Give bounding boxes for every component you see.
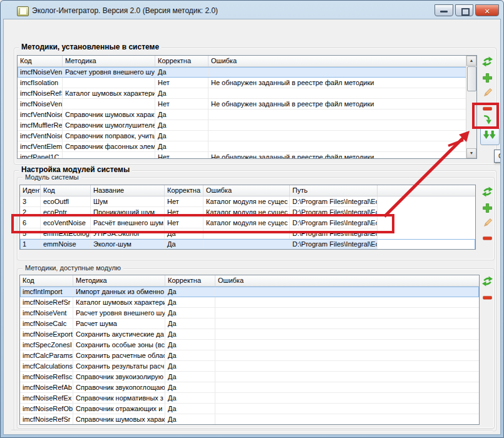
table-row[interactable]: imcfVentNoiseСправочник шумовых харакДа xyxy=(18,109,476,120)
table-row[interactable]: imcfNoiseVentРасчет уровня внешнего шуДа xyxy=(18,67,476,78)
table-row[interactable]: imcfVentElemeСправочник фасонных элемДа xyxy=(18,141,476,152)
maximize-button[interactable] xyxy=(455,4,473,16)
cell-correct: Да xyxy=(165,239,203,250)
cell-error xyxy=(215,361,480,372)
table-row[interactable]: 2ecoPntrПроникающий шумНетКаталог модуля… xyxy=(20,207,475,218)
edit-pencil-icon[interactable] xyxy=(482,88,493,99)
column-header[interactable]: Ошибка xyxy=(203,185,290,196)
cell-code: imcfNoiseRefEx xyxy=(20,393,73,404)
table-row[interactable]: 6ecoVentNoiseРасчёт внешнего шумНетКатал… xyxy=(20,218,475,228)
cell-id: 1 xyxy=(20,239,41,250)
section-title-modules-config: Настройка модулей системы xyxy=(19,165,132,174)
minimize-button[interactable] xyxy=(435,4,453,16)
cell-method: Справочник звукопоглощаю xyxy=(73,382,165,393)
system-modules-table[interactable]: ИдентКодНазваниеКорректнаОшибкаПуть3ecoO… xyxy=(19,185,476,250)
table-row[interactable]: imcfNoiseCalcРасчет шумаДа xyxy=(20,318,479,329)
scroll-down-arrow-icon[interactable]: ▼ xyxy=(466,148,476,158)
edit-pencil-icon[interactable] xyxy=(482,218,493,229)
column-header[interactable]: Код xyxy=(18,56,63,66)
save-changes-button[interactable]: ✔ Сохранить изменения xyxy=(299,433,381,435)
footer-separator xyxy=(11,430,493,431)
table-row[interactable]: imcfNoiseVentРасчет уровня внешнего шуДа xyxy=(20,308,479,318)
installed-methods-table[interactable]: КодМетодикаКорректнаОшибкаimcfNoiseVentР… xyxy=(17,55,477,159)
remove-icon[interactable] xyxy=(482,292,493,303)
cell-error xyxy=(208,120,468,131)
remove-icon[interactable] xyxy=(482,233,493,244)
cell-code: imcfNoiseRefIsc xyxy=(20,372,73,382)
cell-code: imcfVentEleme xyxy=(18,141,63,152)
table-row[interactable]: imcfIsolationНетНе обнаружен заданный в … xyxy=(18,78,476,88)
cell-error xyxy=(215,308,480,318)
table-row[interactable]: imcfNoiseRefExСправочник нормативных зДа xyxy=(20,393,479,404)
table-row[interactable]: imcfSpecZonesIСохранить особые зоны (всД… xyxy=(20,340,479,350)
available-methods-table[interactable]: КодМетодикаКорректнаОшибкаimcfIntImportИ… xyxy=(19,275,480,425)
table-row[interactable]: imcfNoiseRefAbСправочник звукопоглощаюДа xyxy=(20,382,479,393)
table-row[interactable]: imcfMufflerRefСправочник шумоглушителеДа xyxy=(18,120,476,131)
move-down-icon[interactable] xyxy=(482,114,493,125)
cell-method: Расчет уровня внешнего шу xyxy=(63,67,155,78)
table-row[interactable]: imcfNoiseRefSrСправочник шумовых харакДа xyxy=(20,414,479,425)
table-row[interactable]: imcfIntImportИмпорт данных из обменноДа xyxy=(20,287,479,297)
cell-error xyxy=(208,131,468,141)
app-icon xyxy=(17,6,29,16)
cell-error xyxy=(215,350,480,361)
cell-id: 3 xyxy=(20,196,41,207)
table-row[interactable]: imcfCalcParamsСохранить расчетные обласД… xyxy=(20,350,479,361)
refresh-icon[interactable] xyxy=(482,276,493,287)
save-changes-label: Сохранить изменения xyxy=(310,434,381,435)
table-row[interactable]: imcfNoiseVentНетНе обнаружен заданный в … xyxy=(18,99,476,109)
table-row[interactable]: imcfPanel1CНетНе обнаружен заданный в ре… xyxy=(18,152,476,159)
table-row[interactable]: imcfNoiseRefIscСправочник звукоизолируюД… xyxy=(20,372,479,382)
table-row[interactable]: imcfNoiseRefObСправочник отражающих иДа xyxy=(20,404,479,414)
column-header[interactable]: Корректна xyxy=(165,275,215,286)
table-row[interactable]: imcfVentNoiseСправочник поправок, учитьД… xyxy=(18,131,476,141)
scrollbar-thumb[interactable] xyxy=(467,66,476,91)
column-header[interactable]: Название xyxy=(91,185,165,196)
column-header[interactable]: Методика xyxy=(73,275,165,286)
column-header[interactable]: Корректна xyxy=(155,56,208,66)
cell-method: Справочник шумовых харак xyxy=(63,109,155,120)
remove-icon[interactable] xyxy=(482,103,493,115)
cell-correct: Да xyxy=(155,109,208,120)
table-row[interactable]: imcfNoiseRefSКаталог шумовых характериДа xyxy=(18,88,476,99)
column-header[interactable]: Код xyxy=(41,185,91,196)
cell-error xyxy=(203,239,290,250)
refresh-icon[interactable] xyxy=(482,56,493,68)
table-row[interactable]: imcfCalculationsСохранить результаты рас… xyxy=(20,361,479,372)
copy-down-double-arrow-icon xyxy=(483,130,497,143)
table-row[interactable]: 5emmExtEcologУПРЗА.ЭкологДаD:\Program Fi… xyxy=(20,228,475,239)
table-row[interactable]: imcfNoiseExportСохранить акустические да… xyxy=(20,329,479,340)
add-icon[interactable] xyxy=(482,73,493,84)
cell-error xyxy=(215,372,480,382)
table-row[interactable]: 1emmNoiseЭколог-шумДаD:\Program Files\In… xyxy=(20,239,475,250)
cell-id: 2 xyxy=(20,207,41,218)
cell-error xyxy=(215,414,480,425)
column-header[interactable]: Корректна xyxy=(165,185,203,196)
cell-error xyxy=(208,67,468,78)
cell-method: Справочник звукоизолирую xyxy=(73,372,165,382)
refresh-icon[interactable] xyxy=(482,186,493,198)
titlebar[interactable]: Эколог-Интегратор. Версия 2.0 (Версия ме… xyxy=(3,3,501,19)
cell-method: Справочник поправок, учить xyxy=(63,131,155,141)
table-row[interactable]: imcfNoiseRefSrКаталог шумовых характериД… xyxy=(20,297,479,308)
add-icon[interactable] xyxy=(482,203,493,214)
column-header[interactable]: Методика xyxy=(63,56,155,66)
close-button[interactable]: ✕ xyxy=(475,4,499,16)
column-header[interactable]: Код xyxy=(20,275,73,286)
cancel-changes-button[interactable]: ✖ Отменить изменения xyxy=(391,433,469,435)
copy-methods-button[interactable] xyxy=(480,127,500,145)
cell-method xyxy=(63,99,155,109)
scroll-up-arrow-icon[interactable]: ▲ xyxy=(466,56,476,66)
column-header[interactable]: Ошибка xyxy=(215,275,480,286)
refresh-modules-file-label: Обновить файл со списком модулей xyxy=(31,434,148,435)
vertical-scrollbar[interactable]: ▲ ▼ xyxy=(466,56,476,158)
column-header[interactable]: Путь xyxy=(290,185,378,196)
column-header[interactable]: Идент xyxy=(20,185,41,196)
cell-error xyxy=(215,329,480,340)
minimize-icon xyxy=(440,11,448,13)
app-window: Эколог-Интегратор. Версия 2.0 (Версия ме… xyxy=(0,0,504,438)
cell-method: Справочник шумоглушителе xyxy=(63,120,155,131)
refresh-modules-file-option[interactable]: ◉ Обновить файл со списком модулей xyxy=(20,433,148,435)
column-header[interactable]: Ошибка xyxy=(208,56,468,66)
table-row[interactable]: 3ecoOutflШумНетКаталог модуля не сущесD:… xyxy=(20,196,475,207)
